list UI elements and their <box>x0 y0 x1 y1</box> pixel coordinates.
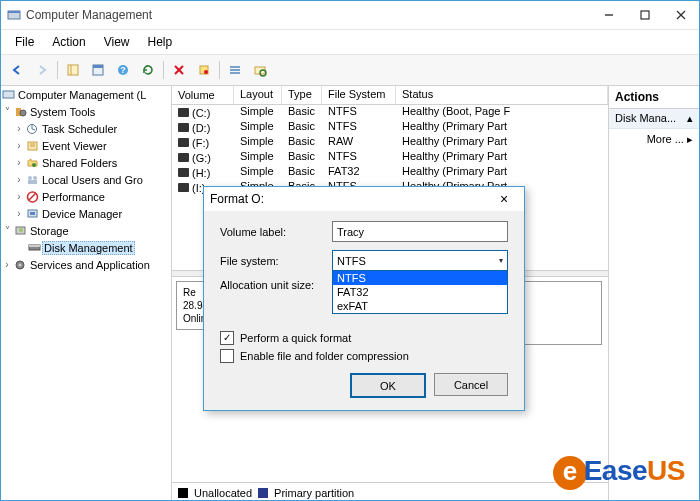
tree-pane[interactable]: Computer Management (L ˅System Tools ›Ta… <box>1 86 172 501</box>
actions-pane: Actions Disk Mana...▴ More ... ▸ <box>609 86 699 501</box>
ok-button[interactable]: OK <box>350 373 426 398</box>
legend-primary: Primary partition <box>274 487 354 499</box>
properties-button[interactable] <box>86 58 110 82</box>
tree-system-tools[interactable]: ˅System Tools <box>1 103 171 120</box>
tree-root[interactable]: Computer Management (L <box>1 86 171 103</box>
dialog-title: Format O: <box>210 192 490 206</box>
tree-item[interactable]: ›Task Scheduler <box>1 120 171 137</box>
toolbar: ? <box>1 55 699 86</box>
list-view-icon[interactable] <box>223 58 247 82</box>
col-type[interactable]: Type <box>282 86 322 104</box>
svg-rect-3 <box>641 11 649 19</box>
back-button[interactable] <box>5 58 29 82</box>
svg-rect-17 <box>230 69 240 71</box>
chevron-down-icon: ▾ <box>499 256 503 265</box>
svg-rect-1 <box>8 11 20 13</box>
maximize-button[interactable] <box>627 1 663 29</box>
volume-row[interactable]: (F:)SimpleBasicRAWHealthy (Primary Part <box>172 135 608 150</box>
volume-label-text: Volume label: <box>220 226 332 238</box>
tree-item[interactable]: ›Local Users and Gro <box>1 171 171 188</box>
volume-label-input[interactable] <box>332 221 508 242</box>
filesystem-combobox[interactable]: NTFS ▾ <box>332 250 508 271</box>
compression-label: Enable file and folder compression <box>240 350 409 362</box>
svg-rect-39 <box>29 245 40 247</box>
titlebar[interactable]: Computer Management <box>1 1 699 30</box>
window-title: Computer Management <box>26 8 591 22</box>
cancel-button[interactable]: Cancel <box>434 373 508 396</box>
svg-point-28 <box>32 163 36 167</box>
col-layout[interactable]: Layout <box>234 86 282 104</box>
col-volume[interactable]: Volume <box>172 86 234 104</box>
svg-rect-16 <box>230 66 240 68</box>
filesystem-label: File system: <box>220 255 332 267</box>
settings-icon[interactable] <box>192 58 216 82</box>
tree-item[interactable]: ›Device Manager <box>1 205 171 222</box>
tree-item[interactable]: ›Performance <box>1 188 171 205</box>
menu-action[interactable]: Action <box>44 33 93 51</box>
dropdown-option-exfat[interactable]: exFAT <box>333 299 507 313</box>
svg-text:?: ? <box>120 65 126 75</box>
legend-primary-swatch <box>258 488 268 498</box>
menu-file[interactable]: File <box>7 33 42 51</box>
filesystem-value: NTFS <box>337 255 366 267</box>
rescan-icon[interactable] <box>248 58 272 82</box>
collapse-icon: ▴ <box>687 112 693 125</box>
easeus-logo: eEaseUS <box>553 455 685 490</box>
svg-point-23 <box>20 110 26 116</box>
col-status[interactable]: Status <box>396 86 608 104</box>
filesystem-dropdown[interactable]: NTFS FAT32 exFAT <box>332 270 508 314</box>
svg-line-33 <box>29 193 36 200</box>
svg-point-41 <box>19 264 22 267</box>
volume-row[interactable]: (H:)SimpleBasicFAT32Healthy (Primary Par… <box>172 165 608 180</box>
legend-unallocated-swatch <box>178 488 188 498</box>
quick-format-label: Perform a quick format <box>240 332 351 344</box>
dropdown-option-fat32[interactable]: FAT32 <box>333 285 507 299</box>
menu-view[interactable]: View <box>96 33 138 51</box>
forward-button[interactable] <box>30 58 54 82</box>
dialog-titlebar[interactable]: Format O: × <box>204 187 524 211</box>
legend-bar: Unallocated Primary partition <box>172 482 608 501</box>
format-dialog: Format O: × Volume label: File system: N… <box>203 186 525 411</box>
svg-rect-6 <box>68 65 78 75</box>
legend-unallocated: Unallocated <box>194 487 252 499</box>
volume-row[interactable]: (D:)SimpleBasicNTFSHealthy (Primary Part <box>172 120 608 135</box>
menu-help[interactable]: Help <box>140 33 181 51</box>
svg-point-15 <box>204 70 208 74</box>
tree-item[interactable]: ›Shared Folders <box>1 154 171 171</box>
volume-row[interactable]: (C:)SimpleBasicNTFSHealthy (Boot, Page F <box>172 105 608 120</box>
volume-header[interactable]: Volume Layout Type File System Status <box>172 86 608 105</box>
tree-item[interactable]: ›Event Viewer <box>1 137 171 154</box>
app-icon <box>7 8 21 22</box>
svg-point-37 <box>19 228 23 232</box>
checkbox-unchecked-icon <box>220 349 234 363</box>
refresh-button[interactable] <box>136 58 160 82</box>
svg-rect-31 <box>28 180 37 184</box>
show-tree-button[interactable] <box>61 58 85 82</box>
actions-header: Actions <box>609 86 699 109</box>
checkbox-checked-icon: ✓ <box>220 331 234 345</box>
computer-management-window: Computer Management File Action View Hel… <box>0 0 700 501</box>
menubar: File Action View Help <box>1 30 699 55</box>
col-filesystem[interactable]: File System <box>322 86 396 104</box>
volume-row[interactable]: (G:)SimpleBasicNTFSHealthy (Primary Part <box>172 150 608 165</box>
dropdown-option-ntfs[interactable]: NTFS <box>333 271 507 285</box>
svg-rect-18 <box>230 72 240 74</box>
quick-format-checkbox[interactable]: ✓ Perform a quick format <box>220 331 508 345</box>
tree-storage[interactable]: ˅Storage <box>1 222 171 239</box>
compression-checkbox[interactable]: Enable file and folder compression <box>220 349 508 363</box>
svg-point-30 <box>33 176 37 180</box>
tree-disk-management[interactable]: Disk Management <box>1 239 171 256</box>
tree-services[interactable]: ›Services and Application <box>1 256 171 273</box>
dialog-close-button[interactable]: × <box>490 191 518 207</box>
actions-disk-management[interactable]: Disk Mana...▴ <box>609 109 699 129</box>
minimize-button[interactable] <box>591 1 627 29</box>
svg-rect-35 <box>30 212 35 215</box>
help-button[interactable]: ? <box>111 58 135 82</box>
delete-icon[interactable] <box>167 58 191 82</box>
allocation-label: Allocation unit size: <box>220 279 332 291</box>
close-button[interactable] <box>663 1 699 29</box>
svg-rect-9 <box>93 65 103 68</box>
svg-rect-21 <box>3 91 14 98</box>
svg-point-29 <box>28 176 32 180</box>
actions-more[interactable]: More ... ▸ <box>609 129 699 150</box>
